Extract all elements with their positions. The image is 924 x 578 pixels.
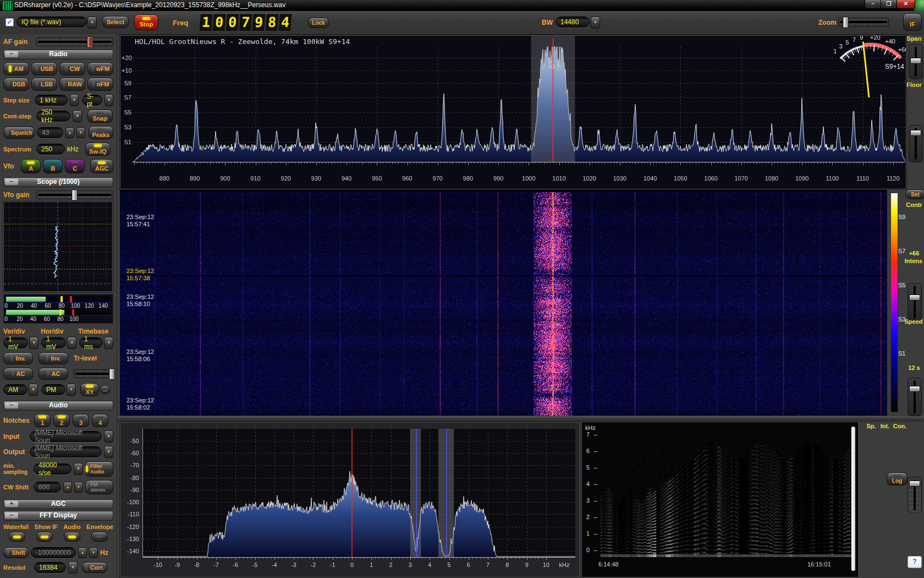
help-button[interactable]: ? (908, 556, 922, 568)
scope-display[interactable] (3, 201, 113, 292)
hor-div-arrow-icon[interactable]: ▼ (67, 337, 76, 349)
fft-toggle-waterfall[interactable] (9, 532, 25, 542)
tr-level-slider-thumb[interactable] (109, 368, 115, 380)
minimize-icon[interactable]: – (865, 0, 881, 9)
hor-invert-button[interactable]: Inv. (38, 352, 68, 364)
rf-spectrum-display[interactable] (120, 36, 906, 189)
scope-ch1-arrow-icon[interactable]: ▼ (29, 384, 38, 396)
vfo-button-b[interactable]: B (43, 159, 63, 173)
lock-button[interactable]: Lock (308, 18, 329, 28)
speed-slider-thumb[interactable] (909, 481, 920, 487)
step-size-arrow-icon[interactable]: ▼ (70, 94, 79, 106)
cent-step-arrow-icon[interactable]: ▼ (73, 110, 82, 122)
ver-div-arrow-icon[interactable]: ▼ (29, 337, 38, 349)
agc-collapse-icon[interactable]: + (5, 501, 18, 507)
ver-invert-button[interactable]: Inv. (3, 352, 33, 364)
hor-div-select[interactable]: 1 mV (41, 337, 66, 348)
s-pt-select[interactable]: S-pt (82, 95, 102, 106)
squelch-level-input[interactable]: 43 (37, 127, 63, 138)
shift-down-icon[interactable]: ▼ (89, 547, 98, 558)
resolution-select[interactable]: 16384 (34, 562, 66, 573)
output-arrow-icon[interactable]: ▼ (104, 446, 113, 458)
audio-collapse-icon[interactable]: – (5, 402, 18, 408)
input-arrow-icon[interactable]: ▼ (104, 430, 113, 443)
mode-button-lsb[interactable]: LSB (31, 78, 57, 91)
fft-toggle-audio[interactable] (64, 532, 80, 542)
fft-toggle-envelope[interactable] (91, 532, 108, 542)
mode-button-usb[interactable]: USB (31, 62, 57, 75)
sampling-select[interactable]: 48000 s/se (34, 464, 72, 475)
spectrum-width-input[interactable]: 250 (36, 144, 65, 155)
mode-button-am[interactable]: AM (3, 62, 29, 75)
shift-value-input[interactable]: -100000000 (31, 547, 76, 558)
radio-group-header[interactable]: – Radio (3, 50, 113, 59)
resolution-arrow-icon[interactable]: ▼ (68, 561, 78, 574)
scope-more-button[interactable]: ... (100, 385, 110, 394)
zoom-slider[interactable] (838, 18, 889, 26)
tr-level-slider[interactable] (74, 369, 113, 378)
input-select[interactable]: [MME] Microsoft Soun (30, 431, 102, 442)
peaks-button[interactable]: Peaks (89, 126, 113, 139)
set-button[interactable]: Set (905, 189, 924, 199)
waterfall-display[interactable] (120, 189, 887, 416)
filter-audio-button[interactable]: Filter Audio (85, 461, 113, 477)
contrast-slider-thumb[interactable] (909, 295, 920, 301)
contrast-slider[interactable] (908, 283, 922, 321)
close-icon[interactable]: ✕ (897, 0, 915, 9)
notch-button-1[interactable]: 1 (34, 414, 51, 427)
s-pt-arrow-icon[interactable]: ▼ (105, 94, 113, 106)
notch-button-3[interactable]: 3 (73, 414, 89, 427)
bw-select-arrow-icon[interactable]: ▼ (591, 17, 600, 29)
timebase-arrow-icon[interactable]: ▼ (104, 337, 113, 349)
scope-ch1-select[interactable]: AM (3, 384, 28, 395)
mode-button-dsb[interactable]: DSB (3, 78, 29, 91)
output-select[interactable]: [MME] Microsoft Soun (30, 446, 102, 457)
zoom-slider-thumb[interactable] (843, 17, 849, 28)
scope-ch2-arrow-icon[interactable]: ▼ (67, 384, 76, 396)
vfo-gain-slider-thumb[interactable] (72, 189, 78, 201)
fft-collapse-icon[interactable]: – (5, 512, 18, 519)
intensity-slider-thumb[interactable] (909, 386, 920, 392)
radio-collapse-icon[interactable]: – (5, 51, 18, 57)
af-gain-slider-thumb[interactable] (87, 36, 93, 48)
fft-group-header[interactable]: – FFT Display (3, 511, 113, 521)
xy-button[interactable]: XY (80, 383, 99, 396)
select-button[interactable]: Select (102, 16, 129, 28)
span-slider-thumb[interactable] (910, 58, 921, 64)
scope-collapse-icon[interactable]: – (5, 179, 18, 185)
squelch-down-icon[interactable]: ▼ (76, 127, 85, 138)
mode-button-raw[interactable]: RAW (59, 78, 85, 91)
log-button[interactable]: Log (887, 472, 908, 486)
horizontal-splitter[interactable] (117, 416, 924, 422)
shift-button[interactable]: Shift (3, 547, 29, 558)
scope-group-header[interactable]: – Scope (/1000) (3, 177, 113, 187)
notch-button-2[interactable]: 2 (53, 414, 70, 427)
stop-button[interactable]: Stop (134, 14, 158, 30)
mode-button-nfm[interactable]: nFM (87, 78, 113, 91)
shift-up-icon[interactable]: ▲ (78, 547, 87, 558)
mode-button-wfm[interactable]: wFM (87, 62, 113, 75)
sw-iq-button[interactable]: Sw-IQ (85, 143, 111, 156)
maximize-icon[interactable]: ❐ (881, 0, 897, 9)
sampling-arrow-icon[interactable]: ▼ (74, 463, 83, 475)
corr-button[interactable]: Corr. (82, 562, 107, 573)
mode-button-cw[interactable]: CW (59, 62, 85, 75)
af-gain-slider[interactable] (36, 37, 113, 46)
notch-button-4[interactable]: 4 (92, 414, 108, 427)
agc-button[interactable]: AGC (90, 159, 113, 173)
cw-shift-down-icon[interactable]: ▼ (74, 482, 83, 493)
audio-spectrogram-display[interactable] (601, 435, 851, 557)
spectrogram-position-bar[interactable] (851, 427, 855, 571)
fm-stereo-button[interactable]: FM stereo (85, 480, 113, 494)
audio-group-header[interactable]: – Audio (3, 401, 113, 411)
source-select-arrow-icon[interactable]: ▼ (87, 17, 97, 29)
step-size-select[interactable]: 1 kHz (35, 95, 68, 106)
title-bar[interactable]: SDRsharper (v0.2e) - C:\DSP\Wavjes\Examp… (0, 0, 924, 11)
timebase-select[interactable]: 1 ms (79, 337, 103, 348)
ver-div-select[interactable]: 1 mV (3, 337, 28, 348)
bw-select[interactable]: 14480 (556, 17, 590, 28)
vfo-button-a[interactable]: A (21, 159, 41, 173)
intensity-slider[interactable] (908, 378, 922, 416)
if-button[interactable]: IF (903, 13, 922, 31)
snap-button[interactable]: Snap (87, 110, 113, 123)
